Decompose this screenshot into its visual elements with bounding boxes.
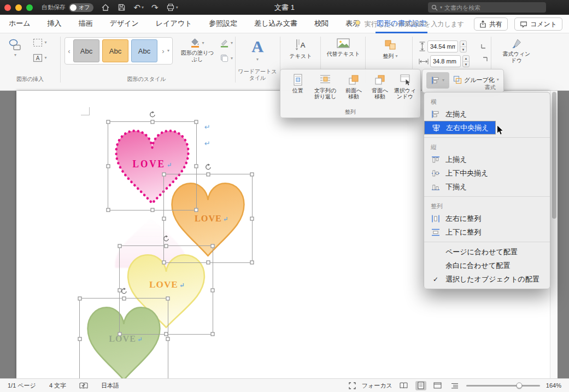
tab-review[interactable]: 校閲	[313, 15, 330, 33]
comments-button[interactable]: コメント	[514, 17, 562, 31]
autosave-toggle[interactable]: 自動保存 オフ	[42, 3, 93, 12]
rotate-handle[interactable]	[149, 111, 156, 118]
resize-handle[interactable]	[195, 120, 198, 124]
menu-item-align-bottom[interactable]: 下揃え	[424, 180, 550, 194]
menu-item-align-middle[interactable]: 上下中央揃え	[424, 166, 550, 180]
close-button[interactable]	[4, 4, 11, 11]
gallery-prev-button[interactable]: ‹	[65, 47, 73, 55]
menu-item-align-left[interactable]: 左揃え	[424, 107, 550, 121]
resize-handle[interactable]	[211, 288, 215, 292]
zoom-level[interactable]: 164%	[546, 382, 561, 389]
resize-handle[interactable]	[150, 120, 154, 124]
web-layout-button[interactable]	[432, 381, 443, 390]
resize-handle[interactable]	[107, 208, 110, 212]
undo-button[interactable]: ↶▾	[133, 3, 144, 11]
width-input[interactable]	[430, 55, 461, 67]
edit-shape-button[interactable]: ▾	[30, 38, 50, 47]
outline-view-button[interactable]	[449, 381, 460, 390]
rotate-handle[interactable]	[204, 163, 212, 171]
print-button[interactable]: ▾	[166, 3, 178, 11]
vertical-scrollbar[interactable]	[550, 91, 558, 378]
style-chip-orange[interactable]: Abc	[102, 39, 128, 62]
resize-handle[interactable]	[150, 208, 154, 212]
proofing-icon[interactable]	[79, 382, 88, 389]
minimize-button[interactable]	[15, 4, 22, 11]
zoom-slider[interactable]	[466, 385, 540, 387]
focus-label[interactable]: フォーカス	[362, 382, 392, 390]
wordart-styles-button[interactable]: A ▾	[240, 37, 274, 62]
save-button[interactable]	[118, 3, 126, 11]
tab-mailings[interactable]: 差し込み文書	[253, 15, 298, 33]
read-mode-button[interactable]	[398, 381, 409, 390]
selection-pane-button[interactable]: 選択ウィンドウ	[392, 73, 418, 100]
text-direction-button[interactable]: A テキスト	[285, 38, 316, 60]
scrollbar-thumb[interactable]	[552, 92, 556, 219]
send-backward-button[interactable]: 背面へ移動	[367, 73, 393, 100]
rotate-handle[interactable]	[120, 288, 127, 295]
tab-home[interactable]: ホーム	[8, 15, 32, 33]
resize-handle[interactable]	[211, 332, 215, 336]
menu-item-align-center[interactable]: 左右中央揃え	[424, 121, 496, 134]
width-stepper[interactable]: ▲▼	[462, 55, 470, 67]
resize-handle[interactable]	[206, 173, 210, 177]
resize-handle[interactable]	[195, 164, 198, 168]
resize-handle[interactable]	[78, 337, 82, 341]
menu-item-align-to-page[interactable]: ページに合わせて配置	[424, 245, 550, 259]
resize-handle[interactable]	[250, 173, 254, 177]
position-button[interactable]: 位置	[285, 73, 311, 93]
text-box-button[interactable]: A▾	[30, 54, 50, 62]
tab-references[interactable]: 参照設定	[208, 15, 238, 33]
zoom-slider-thumb[interactable]	[517, 383, 523, 389]
tell-me-box[interactable]: 実行したい作業内容を入力します	[354, 15, 464, 33]
height-input[interactable]	[427, 40, 458, 52]
resize-handle[interactable]	[166, 337, 170, 341]
shape-effects-button[interactable]: ▾	[218, 54, 235, 63]
style-chip-blue[interactable]: Abc	[131, 39, 157, 62]
resize-handle[interactable]	[107, 120, 110, 124]
menu-item-distribute-vertically[interactable]: 上下に整列	[424, 225, 550, 239]
gallery-more-button[interactable]: ▾	[167, 49, 169, 53]
resize-handle[interactable]	[122, 297, 126, 301]
resize-handle[interactable]	[250, 217, 254, 220]
style-chip-gray[interactable]: Abc	[73, 39, 99, 62]
gallery-next-button[interactable]: ›	[159, 47, 167, 55]
rotate-handle[interactable]	[163, 235, 170, 242]
resize-handle[interactable]	[211, 244, 215, 248]
home-button[interactable]	[101, 3, 110, 11]
shape-fill-button[interactable]: ▾ 図形の塗りつぶし	[176, 38, 219, 63]
resize-handle[interactable]	[165, 244, 168, 248]
menu-item-align-selected-objects[interactable]: ✓ 選択したオブジェクトの配置	[424, 272, 550, 286]
tab-insert[interactable]: 挿入	[46, 15, 63, 33]
bring-forward-button[interactable]: 前面へ移動	[341, 73, 367, 100]
tab-design[interactable]: デザイン	[109, 15, 140, 33]
wrap-text-button[interactable]: 文字列の折り返し	[312, 73, 338, 100]
resize-handle[interactable]	[107, 164, 110, 168]
language-indicator[interactable]: 日本語	[101, 382, 119, 390]
alt-text-button[interactable]: 代替テキスト	[326, 38, 361, 57]
resize-handle[interactable]	[162, 217, 166, 220]
resize-handle[interactable]	[118, 244, 122, 248]
format-pane-button[interactable]: 書式ウィンドウ	[498, 38, 535, 64]
corner-mark-icon[interactable]	[481, 42, 488, 49]
resize-handle[interactable]	[78, 297, 82, 301]
print-layout-button[interactable]	[415, 381, 426, 390]
tab-layout[interactable]: レイアウト	[155, 15, 193, 33]
resize-handle[interactable]	[166, 297, 170, 301]
resize-handle[interactable]	[250, 261, 254, 265]
menu-item-align-to-margin[interactable]: 余白に合わせて配置	[424, 259, 550, 272]
search-input[interactable]	[444, 4, 543, 11]
search-box[interactable]: ▾	[428, 2, 546, 13]
arrange-button[interactable]: 整列▾	[375, 38, 406, 60]
menu-item-align-top[interactable]: 上揃え	[424, 153, 550, 166]
corner-mark-icon[interactable]	[481, 57, 488, 63]
insert-shape-button[interactable]: ▾	[4, 38, 26, 57]
share-button[interactable]: 共有	[474, 17, 508, 31]
page-count[interactable]: 1/1 ページ	[8, 382, 36, 390]
resize-handle[interactable]	[162, 173, 166, 177]
shape-outline-button[interactable]: ▾	[218, 38, 235, 48]
tab-draw[interactable]: 描画	[78, 15, 94, 33]
height-stepper[interactable]: ▲▼	[460, 40, 467, 52]
word-count[interactable]: 4 文字	[49, 382, 66, 390]
redo-button[interactable]: ↷	[151, 3, 159, 11]
zoom-button[interactable]	[26, 4, 33, 11]
